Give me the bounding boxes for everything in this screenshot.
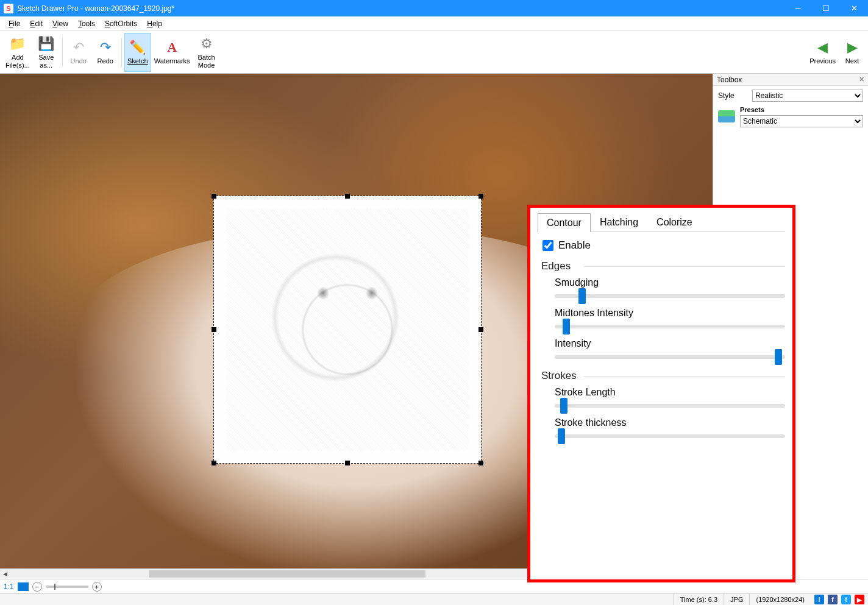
next-button[interactable]: ▶ Next [839, 33, 866, 72]
handle-middle-right[interactable] [478, 327, 483, 332]
toolbox-title: Toolbox [717, 76, 742, 84]
stroke-length-label: Stroke Length [555, 387, 785, 398]
maximize-button[interactable]: ☐ [812, 0, 840, 16]
contour-panel: Contour Hatching Colorize Enable Edges S… [527, 205, 795, 582]
smudging-slider[interactable] [555, 294, 785, 298]
save-as-button[interactable]: 💾 Saveas... [33, 33, 60, 72]
zoom-out-button[interactable]: − [32, 582, 42, 592]
close-button[interactable]: ✕ [840, 0, 868, 16]
panel-tabs: Contour Hatching Colorize [538, 213, 785, 232]
midtones-slider[interactable] [555, 325, 785, 328]
folder-icon: 📁 [9, 35, 26, 52]
status-bar: Time (s): 6.3 JPG (1920x1280x24) i f t ▶ [0, 593, 868, 605]
midtones-thumb[interactable] [563, 319, 570, 334]
zoom-one-to-one[interactable]: 1:1 [4, 582, 14, 591]
zoom-slider[interactable] [46, 586, 88, 588]
enable-checkbox[interactable] [542, 240, 553, 251]
smudging-thumb[interactable] [578, 288, 586, 304]
facebook-icon[interactable]: f [828, 595, 838, 604]
midtones-label: Midtones Intensity [555, 308, 785, 319]
status-time: Time (s): 6.3 [674, 594, 724, 605]
redo-icon: ↷ [100, 39, 111, 56]
menu-tools[interactable]: Tools [73, 18, 100, 30]
twitter-icon[interactable]: t [841, 595, 851, 604]
status-empty [0, 594, 674, 605]
arrow-left-icon: ◀ [817, 39, 828, 56]
watermarks-icon: A [167, 39, 177, 56]
style-select[interactable]: Realistic [752, 90, 863, 102]
status-format: JPG [724, 594, 749, 605]
stroke-length-thumb[interactable] [560, 398, 567, 414]
watermarks-button[interactable]: A Watermarks [151, 33, 193, 72]
strokes-title: Strokes [541, 370, 785, 382]
handle-bottom-middle[interactable] [345, 461, 350, 465]
presets-label: Presets [740, 106, 764, 113]
main-area: ◀ ▶ Toolbox ✕ Style Realistic Presets Sc… [0, 74, 868, 579]
intensity-thumb[interactable] [775, 349, 782, 365]
handle-top-right[interactable] [478, 194, 483, 199]
smudging-label: Smudging [555, 277, 785, 288]
sketch-button[interactable]: ✏️ Sketch [124, 33, 151, 72]
zoom-in-button[interactable]: + [92, 582, 102, 592]
stroke-thickness-label: Stroke thickness [555, 417, 785, 428]
handle-bottom-left[interactable] [212, 461, 216, 465]
style-label: Style [718, 91, 749, 100]
selection-box[interactable] [213, 196, 482, 464]
stroke-thickness-thumb[interactable] [558, 428, 565, 444]
enable-label: Enable [558, 239, 591, 252]
menu-view[interactable]: View [48, 18, 73, 30]
tab-colorize[interactable]: Colorize [647, 213, 702, 232]
toolbar-separator [62, 38, 63, 67]
menu-file[interactable]: File [4, 18, 25, 30]
edges-title: Edges [541, 260, 785, 272]
window-title: Sketch Drawer Pro - woman-2003647_1920.j… [17, 4, 784, 13]
tab-contour[interactable]: Contour [538, 213, 591, 232]
intensity-slider[interactable] [555, 355, 785, 359]
toolbox-header: Toolbox ✕ [713, 74, 868, 86]
gear-icon: ⚙ [201, 35, 213, 52]
zoom-tick [54, 584, 55, 590]
youtube-icon[interactable]: ▶ [855, 595, 864, 604]
title-bar: S Sketch Drawer Pro - woman-2003647_1920… [0, 0, 868, 16]
menu-help[interactable]: Help [142, 18, 167, 30]
save-icon: 💾 [38, 35, 54, 52]
undo-icon: ↶ [73, 39, 84, 56]
menu-edit[interactable]: Edit [25, 18, 48, 30]
info-icon[interactable]: i [814, 595, 824, 604]
presets-icon [718, 110, 735, 122]
tab-hatching[interactable]: Hatching [591, 213, 647, 232]
toolbar-separator [121, 38, 122, 67]
stroke-length-slider[interactable] [555, 404, 785, 408]
status-dimensions: (1920x1280x24) [749, 594, 811, 605]
handle-middle-left[interactable] [212, 327, 216, 332]
scroll-thumb[interactable] [149, 570, 425, 578]
toolbox-close-icon[interactable]: ✕ [859, 76, 864, 83]
toolbar: 📁 AddFile(s)... 💾 Saveas... ↶ Undo ↷ Red… [0, 31, 868, 74]
app-icon: S [4, 4, 13, 13]
undo-button[interactable]: ↶ Undo [65, 33, 92, 72]
handle-top-middle[interactable] [345, 194, 350, 199]
edges-group: Edges Smudging Midtones Intensity Intens… [538, 260, 785, 359]
zoom-fit-icon[interactable] [18, 582, 29, 591]
intensity-label: Intensity [555, 338, 785, 349]
menu-bar: File Edit View Tools SoftOrbits Help [0, 16, 868, 31]
strokes-group: Strokes Stroke Length Stroke thickness [538, 370, 785, 438]
presets-select[interactable]: Schematic [740, 115, 863, 127]
handle-top-left[interactable] [212, 194, 216, 199]
redo-button[interactable]: ↷ Redo [92, 33, 119, 72]
stroke-thickness-slider[interactable] [555, 434, 785, 438]
arrow-right-icon: ▶ [847, 39, 858, 56]
minimize-button[interactable]: ─ [784, 0, 812, 16]
menu-softorbits[interactable]: SoftOrbits [100, 18, 142, 30]
batch-mode-button[interactable]: ⚙ BatchMode [193, 33, 220, 72]
add-files-button[interactable]: 📁 AddFile(s)... [2, 33, 33, 72]
previous-button[interactable]: ◀ Previous [806, 33, 839, 72]
scroll-left-button[interactable]: ◀ [0, 569, 10, 579]
handle-bottom-right[interactable] [478, 461, 483, 465]
sketch-icon: ✏️ [129, 39, 146, 56]
